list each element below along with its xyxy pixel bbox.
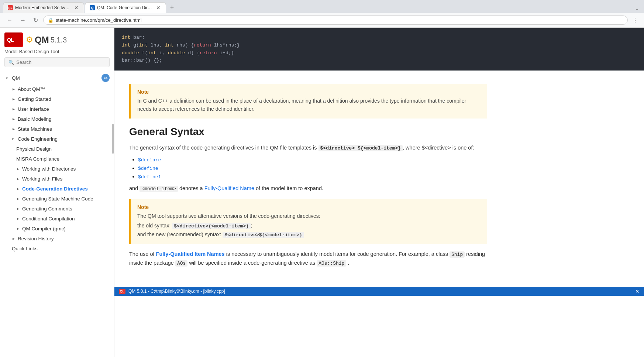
brand-name: QM xyxy=(35,35,49,45)
sidebar-item-state-machines[interactable]: ► State Machines xyxy=(0,124,114,134)
syntax-code: $<directive> ${<model-item>} xyxy=(318,145,403,151)
body-text-3a: The use of xyxy=(129,251,156,257)
section-title-general-syntax: General Syntax xyxy=(129,126,487,138)
nav-item-label: Conditional Compilation xyxy=(22,216,75,222)
tab-close-1[interactable]: ✕ xyxy=(73,5,79,11)
note2-line1: The QM tool supports two alternative ver… xyxy=(137,212,481,220)
define-link[interactable]: $define xyxy=(138,166,158,171)
sidebar-item-user-interface[interactable]: ► User Interface xyxy=(0,104,114,114)
nav-item-label: About QM™ xyxy=(18,86,45,92)
nav-item-label: Physical Design xyxy=(16,146,52,152)
sidebar-item-generating-state-machine-code[interactable]: ► Generating State Machine Code xyxy=(0,194,114,204)
note-text-2: The QM tool supports two alternative ver… xyxy=(137,212,481,239)
arrow-icon: ► xyxy=(16,197,20,201)
sidebar-item-quick-links[interactable]: Quick Links xyxy=(0,244,114,254)
page-content: Note In C and C++ a definition can be us… xyxy=(114,71,502,287)
body-paragraph-1: The general syntax of the code-generatin… xyxy=(129,144,487,152)
brand-logo: QL xyxy=(4,32,23,47)
nav-tree: ▾ QM ⇔ ► About QM™ ► Getting Started ► U… xyxy=(0,70,114,357)
content-area[interactable]: int bar; int g(int lhs, int rhs) {return… xyxy=(114,28,644,357)
nav-item-label: Quick Links xyxy=(12,246,38,251)
brand: QL ⚙ QM 5.1.3 xyxy=(4,32,110,47)
sidebar-item-working-with-files[interactable]: ► Working with Files xyxy=(0,174,114,184)
sidebar-item-working-with-directories[interactable]: ► Working with Directories xyxy=(0,164,114,174)
note-title-1: Note xyxy=(137,89,481,95)
tab-dropdown-button[interactable]: ⌄ xyxy=(633,5,641,13)
arrow-icon: ► xyxy=(12,237,16,241)
sidebar-item-about-qm[interactable]: ► About QM™ xyxy=(0,84,114,94)
aos-code: AOs xyxy=(175,260,187,267)
lock-icon: 🔒 xyxy=(48,18,54,23)
sidebar-item-qm-compiler[interactable]: ► QM Compiler (qmc) xyxy=(0,224,114,234)
back-button[interactable]: ← xyxy=(4,16,15,25)
search-icon: 🔍 xyxy=(8,60,14,65)
nav-item-label: Code Engineering xyxy=(18,136,58,142)
note-text-1: In C and C++ a definition can be used in… xyxy=(137,97,481,113)
sidebar-item-qm-root[interactable]: ▾ QM ⇔ xyxy=(0,72,114,84)
arrow-icon: ► xyxy=(16,207,20,211)
body-text-1b: , where $<directive> is one of: xyxy=(403,145,474,151)
nav-item-label: Working with Files xyxy=(22,176,62,182)
body-paragraph-3: The use of Fully-Qualified Item Names is… xyxy=(129,250,487,268)
sidebar-item-code-generation-directives[interactable]: ► Code-Generation Directives xyxy=(0,184,114,194)
sidebar-item-revision-history[interactable]: ► Revision History xyxy=(0,234,114,244)
sidebar-item-code-engineering[interactable]: ▾ Code Engineering xyxy=(0,134,114,144)
list-item-declare: $declare xyxy=(138,157,487,163)
note2-line3-pre: and the new (recommended) syntax: xyxy=(137,231,223,237)
body-text-2a: and xyxy=(129,185,140,191)
note-title-2: Note xyxy=(137,204,481,210)
tab-close-2[interactable]: ✕ xyxy=(155,5,161,11)
tab-label-1: Modern Embedded Software - C... xyxy=(15,5,71,10)
note2-line2-pre: the old syntax: xyxy=(137,223,172,229)
sidebar-item-misra-compliance[interactable]: MISRA Compliance xyxy=(0,154,114,164)
address-bar[interactable]: 🔒 state-machine.com/qm/ce_directive.html xyxy=(43,16,628,25)
sidebar-item-getting-started[interactable]: ► Getting Started xyxy=(0,94,114,104)
tab-label-2: QM: Code-Generation Directives xyxy=(97,5,153,10)
fully-qualified-name-link[interactable]: Fully-Qualified Name xyxy=(204,185,254,191)
sidebar-scrollbar[interactable] xyxy=(112,102,114,346)
model-item-code: <model-item> xyxy=(140,186,178,192)
browser-chrome: QL Modern Embedded Software - C... ✕ Q Q… xyxy=(0,0,644,28)
nav-item-label: Basic Modeling xyxy=(18,116,52,122)
search-bar[interactable]: 🔍 xyxy=(4,57,110,67)
browser-menu-button[interactable]: ⋮ xyxy=(631,15,640,25)
arrow-icon: ► xyxy=(12,107,16,111)
list-item-define1: $define1 xyxy=(138,174,487,180)
qm-icon: QL xyxy=(119,289,125,294)
define1-link[interactable]: $define1 xyxy=(138,174,161,180)
new-syntax-code: $<directive>${<model-item>} xyxy=(223,232,304,238)
tab-modern-embedded[interactable]: QL Modern Embedded Software - C... ✕ xyxy=(3,2,84,13)
bottom-bar-close-button[interactable]: ✕ xyxy=(635,288,640,294)
address-text: state-machine.com/qm/ce_directive.html xyxy=(56,17,623,23)
sidebar-collapse-button[interactable]: ⇔ xyxy=(101,74,110,82)
arrow-icon: ► xyxy=(16,217,20,221)
fully-qualified-item-names-link[interactable]: Fully-Qualified Item Names xyxy=(156,251,225,257)
body-text-3b: is necessary to unambiguously identify m… xyxy=(226,251,450,257)
sidebar-item-physical-design[interactable]: Physical Design xyxy=(0,144,114,154)
body-text-3d: will be specified inside a code-generati… xyxy=(189,260,317,266)
nav-item-label: QM Compiler (qmc) xyxy=(22,226,66,231)
nav-item-label: Code-Generation Directives xyxy=(22,186,88,192)
sidebar-item-generating-comments[interactable]: ► Generating Comments xyxy=(0,204,114,214)
tab-qm-directives[interactable]: Q QM: Code-Generation Directives ✕ xyxy=(85,2,166,13)
tab-favicon-1: QL xyxy=(8,5,13,10)
tab-bar: QL Modern Embedded Software - C... ✕ Q Q… xyxy=(0,0,644,13)
sidebar-item-basic-modeling[interactable]: ► Basic Modeling xyxy=(0,114,114,124)
arrow-icon: ► xyxy=(12,87,16,91)
nav-item-label: MISRA Compliance xyxy=(16,156,59,162)
note2-line3: and the new (recommended) syntax: $<dire… xyxy=(137,231,481,239)
forward-button[interactable]: → xyxy=(18,16,28,25)
ship-code: Ship xyxy=(450,251,465,258)
new-tab-button[interactable]: + xyxy=(167,3,177,13)
body-paragraph-2: and <model-item> denotes a Fully-Qualifi… xyxy=(129,184,487,193)
arrow-icon: ► xyxy=(12,97,16,101)
sidebar-item-conditional-compilation[interactable]: ► Conditional Compilation xyxy=(0,214,114,224)
main-layout: QL ⚙ QM 5.1.3 Model-Based Design Tool 🔍 xyxy=(0,28,644,357)
arrow-icon: ► xyxy=(16,177,20,181)
nav-item-label: Getting Started xyxy=(18,96,51,102)
reload-button[interactable]: ↻ xyxy=(31,15,40,25)
body-text-2c: of the model item to expand. xyxy=(256,185,323,191)
arrow-icon: ▾ xyxy=(6,76,10,80)
declare-link[interactable]: $declare xyxy=(138,157,161,163)
search-input[interactable] xyxy=(16,59,106,65)
